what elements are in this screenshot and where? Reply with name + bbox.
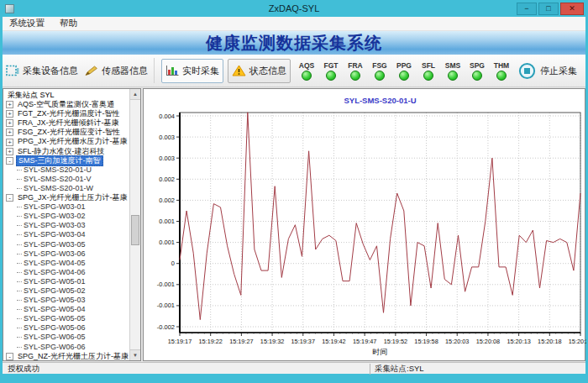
titlebar[interactable]: ZxDAQ-SYL − □ ✕	[3, 0, 585, 17]
tree-node-label[interactable]: SPG_JX-光纤光栅土压力计-基康	[16, 193, 129, 202]
tree-leaf[interactable]: SYL-SPG-W04-05	[6, 259, 129, 268]
maximize-button[interactable]: □	[538, 3, 559, 15]
tree-leaf-label[interactable]: SYL-SPG-W05-02	[24, 286, 86, 296]
tree-leaf[interactable]: SYL-SPG-W05-03	[6, 296, 129, 305]
x-axis-title: 时间	[373, 348, 388, 356]
tree-leaf-label[interactable]: SYL-SPG-W03-02	[24, 212, 86, 221]
tree-node[interactable]: +FRA_JX-光纤光栅倾斜计-基康	[6, 118, 129, 128]
scroll-down-icon[interactable]: ▼	[130, 349, 140, 360]
tree-node[interactable]: +FSG_ZX-光纤光栅应变计-智性	[6, 128, 129, 137]
collapse-icon[interactable]: -	[6, 353, 13, 360]
banner: 健康监测数据采集系统	[3, 31, 585, 55]
tree-node[interactable]: +FGT_ZX-光纤光栅温度计-智性	[6, 109, 129, 118]
tree-node[interactable]: +AQS-空气质量监测仪-富奥通	[6, 100, 129, 109]
tree-node-label[interactable]: PPG_JX-光纤光栅水压力计-基康	[16, 137, 129, 146]
collapse-icon[interactable]: -	[6, 194, 13, 202]
tree-leaf-label[interactable]: SYL-SPG-W05-06	[24, 323, 86, 333]
expand-icon[interactable]: +	[6, 119, 13, 127]
tree-leaf[interactable]: SYL-SPG-W06-05	[6, 333, 129, 342]
status-info-button[interactable]: 状态信息	[228, 59, 291, 83]
tree-leaf-label[interactable]: SYL-SPG-W05-05	[24, 314, 86, 323]
indicator-label: THM	[494, 61, 509, 70]
tree-leaf[interactable]: SYL-SPG-W03-03	[6, 221, 129, 230]
tree-leaf[interactable]: SYL-SPG-W05-01	[6, 277, 129, 286]
station-status-text: 采集站点:SYL	[370, 364, 424, 375]
expand-icon[interactable]: +	[6, 110, 13, 118]
tree-leaf-label[interactable]: SYL-SMS-S20-01-V	[24, 175, 92, 184]
x-tick-label: 15:20:03	[445, 338, 469, 345]
expand-icon[interactable]: +	[6, 148, 13, 155]
tree-node[interactable]: -SMS-三向加速度计-南智	[6, 156, 129, 165]
tree-leaf-label[interactable]: SYL-SPG-W04-06	[24, 268, 86, 277]
realtime-acquire-button[interactable]: 实时采集	[161, 59, 223, 83]
tree-connector	[17, 234, 22, 235]
tree-leaf[interactable]: SYL-SMS-S20-01-U	[6, 165, 129, 175]
tree-leaf-label[interactable]: SYL-SPG-W03-04	[24, 230, 86, 239]
tree-leaf[interactable]: SYL-SPG-W05-04	[6, 305, 129, 314]
tree-leaf[interactable]: SYL-SPG-W03-06	[6, 249, 129, 259]
menu-item-help[interactable]: 帮助	[60, 18, 77, 29]
tree-leaf-label[interactable]: SYL-SPG-W05-01	[24, 277, 86, 286]
x-tick-label: 15:19:58	[414, 338, 438, 345]
x-tick-label: 15:20:08	[476, 338, 500, 345]
auth-status-text: 授权成功	[8, 364, 39, 375]
tree-leaf[interactable]: SYL-SMS-S20-01-W	[6, 184, 129, 193]
tree-node[interactable]: +PPG_JX-光纤光栅水压力计-基康	[6, 137, 129, 146]
tree-node-label[interactable]: FRA_JX-光纤光栅倾斜计-基康	[16, 118, 121, 128]
expand-icon[interactable]: +	[6, 101, 13, 108]
tree-root[interactable]: 采集站点 SYL	[6, 91, 129, 100]
tree-leaf[interactable]: SYL-SPG-W05-06	[6, 323, 129, 333]
indicator-SFL: SFL	[417, 61, 439, 81]
tree-leaf[interactable]: SYL-SMS-S20-01-V	[6, 175, 129, 184]
scroll-up-icon[interactable]: ▲	[130, 89, 140, 100]
tree-leaf[interactable]: SYL-SPG-W04-06	[6, 268, 129, 277]
tree-leaf[interactable]: SYL-SPG-W03-04	[6, 230, 129, 239]
x-tick-label: 15:20:23	[569, 338, 586, 345]
scroll-thumb[interactable]	[131, 215, 139, 245]
collapse-icon[interactable]: -	[6, 157, 13, 165]
close-button[interactable]: ✕	[560, 3, 584, 15]
sensor-info-button[interactable]: 传感器信息	[81, 61, 151, 81]
y-tick-label: 0.003	[159, 134, 175, 141]
tree-connector	[17, 244, 22, 245]
tree-connector	[17, 337, 22, 338]
tree-leaf[interactable]: SYL-SPG-W03-02	[6, 212, 129, 221]
expand-icon[interactable]: +	[6, 129, 13, 136]
tree-connector	[17, 207, 22, 207]
tree-leaf-label[interactable]: SYL-SMS-S20-01-W	[24, 184, 93, 193]
y-tick-label: -0.002	[157, 323, 175, 331]
tree-node-label[interactable]: AQS-空气质量监测仪-富奥通	[16, 100, 116, 109]
menu-item-system-settings[interactable]: 系统设置	[9, 18, 45, 29]
tree-node[interactable]: -SPG_NZ-光纤光栅土压力计-基康	[6, 352, 129, 361]
tree-leaf-label[interactable]: SYL-SPG-W05-03	[24, 296, 86, 305]
tree-leaf[interactable]: SYL-SPG-W06-06	[6, 343, 129, 352]
stop-acquire-button[interactable]: 停止采集	[518, 62, 577, 80]
tree-leaf[interactable]: SYL-SPG-W03-05	[6, 240, 129, 249]
pencil-icon	[85, 65, 98, 76]
tree-leaf[interactable]: SYL-SPG-W03-01	[6, 202, 129, 212]
page-title: 健康监测数据采集系统	[206, 32, 382, 55]
tree-leaf-label[interactable]: SYL-SMS-S20-01-U	[24, 165, 92, 175]
tree-leaf-label[interactable]: SYL-SPG-W03-01	[24, 202, 86, 212]
tree-leaf-label[interactable]: SYL-SPG-W05-04	[24, 305, 86, 314]
tree-leaf-label[interactable]: SYL-SPG-W06-06	[24, 343, 86, 352]
x-tick-label: 15:20:18	[538, 338, 561, 345]
tree-node[interactable]: -SPG_JX-光纤光栅土压力计-基康	[6, 193, 129, 202]
tree-node-label[interactable]: SPG_NZ-光纤光栅土压力计-基康	[16, 352, 130, 361]
minimize-button[interactable]: −	[517, 3, 537, 15]
tree-leaf-label[interactable]: SYL-SPG-W04-05	[24, 259, 86, 268]
tree-connector	[17, 188, 22, 189]
tree-node-label[interactable]: FSG_ZX-光纤光栅应变计-智性	[16, 128, 122, 137]
device-info-button[interactable]: 采集设备信息	[3, 61, 81, 81]
tree-leaf-label[interactable]: SYL-SPG-W03-03	[24, 221, 86, 230]
x-tick-label: 15:19:27	[229, 338, 253, 345]
y-tick-label: 0.004	[159, 113, 175, 120]
tree-leaf-label[interactable]: SYL-SPG-W06-05	[24, 333, 86, 342]
expand-icon[interactable]: +	[6, 139, 13, 146]
tree-leaf[interactable]: SYL-SPG-W05-05	[6, 314, 129, 323]
tree-leaf-label[interactable]: SYL-SPG-W03-05	[24, 240, 86, 249]
tree-leaf[interactable]: SYL-SPG-W05-02	[6, 286, 129, 296]
tree-node-label[interactable]: FGT_ZX-光纤光栅温度计-智性	[16, 109, 122, 118]
tree-scrollbar[interactable]: ▲ ▼	[129, 89, 140, 360]
tree-leaf-label[interactable]: SYL-SPG-W03-06	[24, 249, 86, 259]
